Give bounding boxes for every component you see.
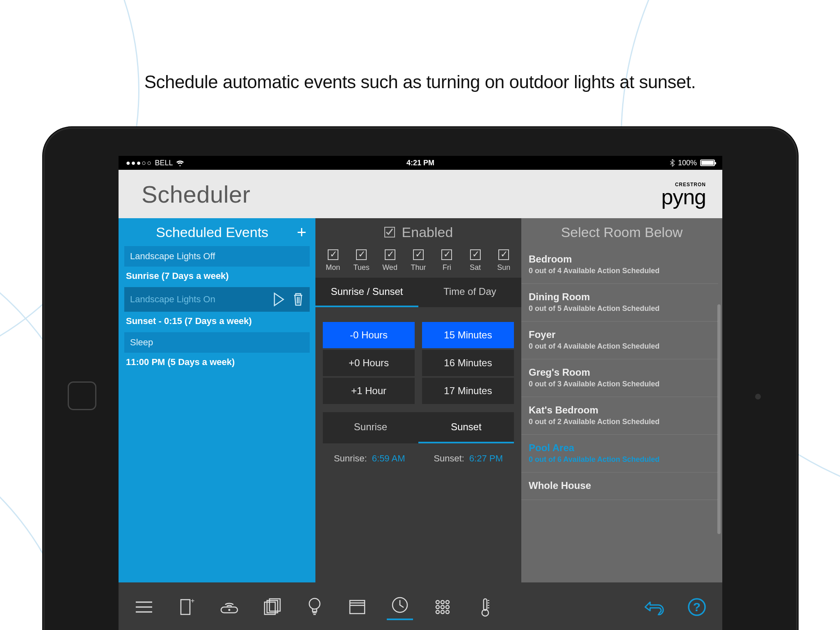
tab-time-of-day[interactable]: Time of Day <box>418 278 521 307</box>
room-name: Whole House <box>529 480 711 491</box>
svg-point-13 <box>446 600 449 604</box>
room-meta: 0 out of 5 Available Action Scheduled <box>529 304 711 313</box>
scenes-icon[interactable] <box>429 594 456 620</box>
day-checkbox[interactable]: ✓Sat <box>463 249 488 272</box>
bottom-toolbar: + <box>119 582 722 630</box>
day-label: Sun <box>491 263 516 272</box>
day-label: Fri <box>434 263 459 272</box>
bluetooth-icon <box>670 159 675 167</box>
minutes-option[interactable]: 16 Minutes <box>422 350 514 376</box>
door-icon[interactable]: + <box>173 594 200 620</box>
ios-status-bar: ●●●○○ BELL 4:21 PM 100% <box>119 156 722 170</box>
ipad-screen: ●●●○○ BELL 4:21 PM 100% Scheduler CRESTR… <box>119 156 722 630</box>
room-meta: 0 out of 3 Available Action Scheduled <box>529 380 711 388</box>
tab-sunset[interactable]: Sunset <box>418 412 514 443</box>
tab-sunrise-sunset[interactable]: Sunrise / Sunset <box>315 278 418 307</box>
event-name-button[interactable]: Sleep <box>124 332 310 353</box>
day-checkbox[interactable]: ✓Sun <box>491 249 516 272</box>
tab-sunrise[interactable]: Sunrise <box>323 412 418 443</box>
logo-name: pyng <box>661 187 706 207</box>
wifi-icon <box>176 160 184 166</box>
event-item[interactable]: Landscape Lights OffSunrise (7 Days a we… <box>119 246 315 287</box>
hours-option[interactable]: +1 Hour <box>323 378 415 404</box>
day-checkbox[interactable]: ✓Wed <box>378 249 402 272</box>
trash-icon[interactable] <box>292 292 304 307</box>
event-item[interactable]: Landscape Lights OnSunset - 0:15 (7 Days… <box>119 287 315 332</box>
day-checkbox[interactable]: ✓Mon <box>321 249 345 272</box>
checkbox-icon: ✓ <box>356 249 367 260</box>
day-label: Sat <box>463 263 488 272</box>
room-name: Bedroom <box>529 253 711 265</box>
minutes-option[interactable]: 17 Minutes <box>422 378 514 404</box>
wireless-icon[interactable] <box>216 594 242 620</box>
room-name: Foyer <box>529 329 711 340</box>
room-meta: 0 out of 2 Available Action Scheduled <box>529 418 711 426</box>
room-item[interactable]: Foyer0 out of 4 Available Action Schedul… <box>521 322 718 359</box>
status-time: 4:21 PM <box>406 159 434 167</box>
event-settings-panel: Enabled ✓Mon✓Tues✓Wed✓Thur✓Fri✓Sat✓Sun S… <box>315 218 521 582</box>
event-name-button[interactable]: Landscape Lights On <box>124 287 310 312</box>
lightbulb-icon[interactable] <box>301 594 328 620</box>
hours-option[interactable]: +0 Hours <box>323 350 415 376</box>
rooms-scrollbar[interactable] <box>717 304 721 534</box>
day-checkbox[interactable]: ✓Fri <box>434 249 459 272</box>
help-icon[interactable]: ? <box>684 594 710 620</box>
shades-icon[interactable] <box>344 594 370 620</box>
day-label: Thur <box>406 263 431 272</box>
rooms-header: Select Room Below <box>521 218 722 246</box>
event-name-label: Sleep <box>130 337 153 348</box>
clock-icon[interactable] <box>387 594 413 620</box>
page-title: Scheduler <box>142 180 251 208</box>
offset-pickers: -0 Hours +0 Hours +1 Hour 15 Minutes 16 … <box>315 307 521 406</box>
rooms-panel: Select Room Below Bedroom0 out of 4 Avai… <box>521 218 722 582</box>
svg-text:+: + <box>191 598 194 604</box>
checkbox-icon: ✓ <box>498 249 509 260</box>
minutes-option[interactable]: 15 Minutes <box>422 322 514 348</box>
minutes-picker[interactable]: 15 Minutes 16 Minutes 17 Minutes <box>422 322 514 406</box>
svg-point-4 <box>228 609 231 611</box>
ipad-home-button[interactable] <box>68 381 96 410</box>
svg-point-14 <box>436 605 439 609</box>
hours-option[interactable]: -0 Hours <box>323 322 415 348</box>
day-checkbox[interactable]: ✓Thur <box>406 249 431 272</box>
add-event-button[interactable]: + <box>297 223 306 242</box>
event-schedule-label: Sunrise (7 Days a week) <box>124 267 310 281</box>
menu-icon[interactable] <box>131 594 157 620</box>
app-header: Scheduler CRESTRON pyng <box>119 170 722 218</box>
logo: CRESTRON pyng <box>661 182 706 207</box>
checkbox-icon: ✓ <box>385 249 395 260</box>
sunset-label: Sunset: <box>434 453 464 463</box>
hours-picker[interactable]: -0 Hours +0 Hours +1 Hour <box>323 322 415 406</box>
windows-icon[interactable] <box>259 594 285 620</box>
marketing-caption: Schedule automatic events such as turnin… <box>0 72 840 92</box>
thermostat-icon[interactable] <box>472 594 498 620</box>
ipad-frame: ●●●○○ BELL 4:21 PM 100% Scheduler CRESTR… <box>43 127 798 630</box>
room-item[interactable]: Dining Room0 out of 5 Available Action S… <box>521 284 718 322</box>
room-meta: 0 out of 4 Available Action Scheduled <box>529 267 711 275</box>
room-item[interactable]: Greg's Room0 out of 3 Available Action S… <box>521 359 718 397</box>
enabled-label: Enabled <box>402 224 453 240</box>
sun-reference-tabs: Sunrise Sunset <box>323 412 514 443</box>
scheduled-events-panel: Scheduled Events + Landscape Lights OffS… <box>119 218 315 582</box>
play-icon[interactable] <box>273 292 285 306</box>
back-icon[interactable] <box>641 594 667 620</box>
battery-percent: 100% <box>678 159 697 167</box>
event-item[interactable]: Sleep11:00 PM (5 Days a week) <box>119 332 315 373</box>
room-item[interactable]: Whole House <box>521 472 718 500</box>
checkbox-icon: ✓ <box>328 249 338 260</box>
room-item[interactable]: Bedroom0 out of 4 Available Action Sched… <box>521 246 718 284</box>
enabled-toggle[interactable]: Enabled <box>315 218 521 246</box>
room-item[interactable]: Pool Area0 out of 6 Available Action Sch… <box>521 435 718 472</box>
time-mode-tabs: Sunrise / Sunset Time of Day <box>315 278 521 307</box>
sun-times-display: Sunrise: 6:59 AM Sunset: 6:27 PM <box>315 443 521 474</box>
day-label: Tues <box>349 263 374 272</box>
event-schedule-label: 11:00 PM (5 Days a week) <box>124 353 310 368</box>
event-name-button[interactable]: Landscape Lights Off <box>124 246 310 267</box>
rooms-list[interactable]: Bedroom0 out of 4 Available Action Sched… <box>521 246 722 582</box>
svg-point-18 <box>441 610 444 614</box>
room-item[interactable]: Kat's Bedroom0 out of 2 Available Action… <box>521 397 718 435</box>
svg-point-12 <box>441 600 444 604</box>
day-checkbox[interactable]: ✓Tues <box>349 249 374 272</box>
event-name-label: Landscape Lights On <box>130 294 215 305</box>
events-list: Landscape Lights OffSunrise (7 Days a we… <box>119 246 315 373</box>
